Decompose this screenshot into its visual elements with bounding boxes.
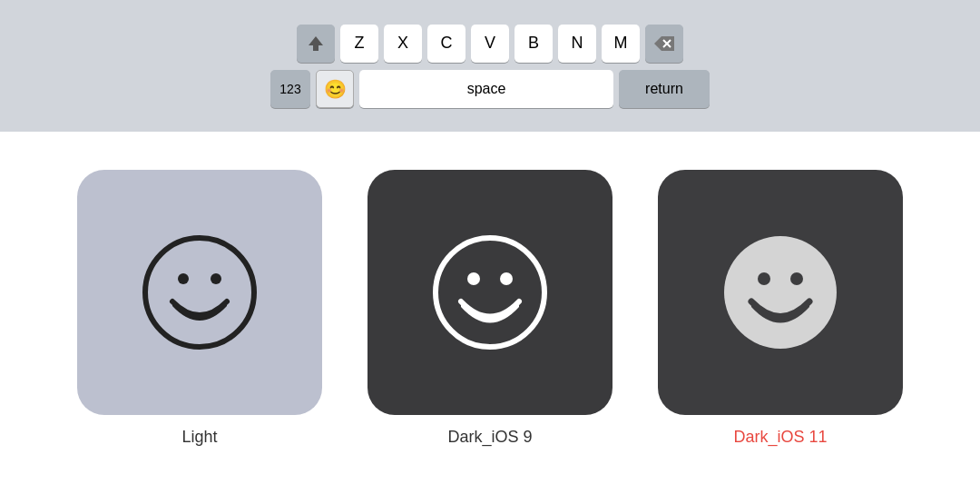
key-v[interactable]: V	[471, 25, 509, 63]
svg-point-5	[211, 273, 221, 284]
emoji-key[interactable]: 😊	[316, 70, 354, 108]
keyboard: Z X C V B N M 123 😊 space return	[0, 0, 980, 132]
svg-point-8	[500, 272, 513, 285]
space-key[interactable]: space	[359, 70, 613, 108]
key-z[interactable]: Z	[340, 25, 378, 63]
keyboard-row-1: Z X C V B N M	[297, 25, 683, 63]
emoji-dark9	[422, 224, 558, 361]
theme-card-light[interactable]	[77, 170, 322, 415]
svg-point-3	[145, 238, 254, 347]
theme-selector: Light Dark_iOS 9	[0, 132, 980, 484]
svg-marker-0	[309, 36, 323, 51]
svg-point-11	[790, 272, 803, 285]
key-c[interactable]: C	[427, 25, 466, 63]
theme-card-dark9[interactable]	[368, 170, 612, 415]
theme-card-dark11[interactable]	[658, 170, 903, 415]
numeric-key[interactable]: 123	[270, 70, 310, 108]
svg-point-4	[178, 273, 189, 284]
svg-point-10	[758, 272, 770, 285]
emoji-light	[132, 224, 268, 361]
theme-label-dark11: Dark_iOS 11	[733, 428, 827, 447]
key-m[interactable]: M	[602, 25, 640, 63]
svg-point-9	[724, 236, 837, 349]
key-n[interactable]: N	[558, 25, 596, 63]
key-x[interactable]: X	[384, 25, 422, 63]
theme-label-dark9: Dark_iOS 9	[447, 428, 532, 447]
theme-item-light[interactable]: Light	[77, 170, 322, 447]
svg-point-7	[467, 272, 480, 285]
emoji-dark11	[712, 224, 848, 361]
svg-point-6	[436, 238, 544, 347]
key-b[interactable]: B	[514, 25, 553, 63]
keyboard-row-2: 123 😊 space return	[270, 70, 710, 108]
return-key[interactable]: return	[619, 70, 710, 108]
shift-key[interactable]	[297, 25, 335, 63]
theme-item-dark11[interactable]: Dark_iOS 11	[658, 170, 903, 447]
theme-label-light: Light	[181, 428, 217, 447]
backspace-key[interactable]	[645, 25, 683, 63]
theme-item-dark9[interactable]: Dark_iOS 9	[368, 170, 612, 447]
